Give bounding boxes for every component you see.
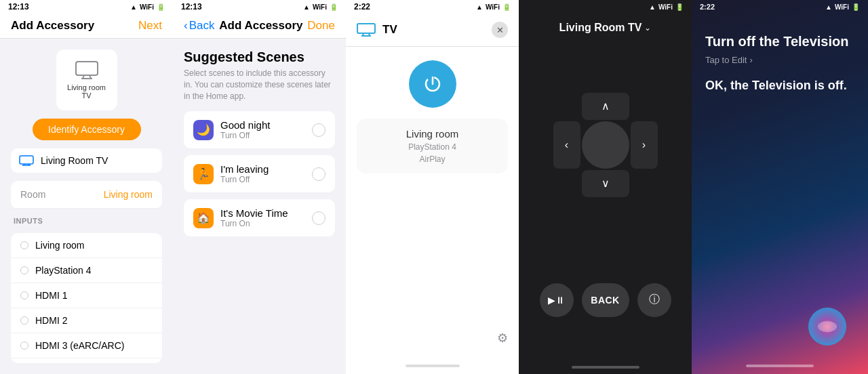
siri-time: 2:22: [700, 3, 715, 11]
source-card[interactable]: Living room PlayStation 4 AirPlay: [357, 119, 508, 173]
wifi-icon-4: WiFi: [658, 3, 673, 11]
input-item[interactable]: Living room: [11, 233, 162, 258]
room-label: Room: [20, 189, 45, 200]
panel2-content: Suggested Scenes Select scenes to includ…: [173, 39, 346, 374]
siri-tap-edit[interactable]: Tap to Edit ›: [705, 55, 854, 65]
room-value: Living room: [104, 189, 153, 200]
svg-rect-8: [357, 24, 375, 33]
d-right-button[interactable]: ›: [631, 121, 658, 169]
room-row[interactable]: Room Living room: [11, 181, 162, 209]
done-button[interactable]: Done: [307, 19, 335, 33]
scene-item[interactable]: 🏃 I'm leaving Turn Off: [184, 155, 335, 192]
nav-title-2: Add Accessory: [219, 19, 302, 33]
input-item[interactable]: HDMI 2: [11, 308, 162, 333]
scene-item[interactable]: 🌙 Good night Turn Off: [184, 111, 335, 148]
d-empty-tr: [631, 93, 658, 120]
siri-orb: [807, 306, 848, 347]
battery-icon-2: 🔋: [330, 3, 338, 11]
svg-point-15: [818, 321, 837, 332]
input-label: HDMI 2: [35, 315, 67, 326]
scene-text: I'm leaving Turn Off: [220, 163, 305, 184]
living-room-tv-row[interactable]: Living Room TV: [11, 148, 162, 173]
status-bar-2: 12:13 ▲ WiFi 🔋: [173, 0, 346, 14]
remote-title: Living Room TV: [559, 22, 642, 34]
modal-title: TV: [382, 23, 397, 37]
home-bar-3: [406, 365, 460, 367]
siri-headline: Turn off the Television: [705, 34, 854, 49]
panel-siri: 2:22 ▲ WiFi 🔋 Turn off the Television Ta…: [692, 0, 868, 374]
siri-status-icons: ▲ WiFi 🔋: [825, 3, 860, 11]
scene-item[interactable]: 🏠 It's Movie Time Turn On: [184, 199, 335, 236]
input-label: HDMI 3 (eARC/ARC): [35, 340, 124, 351]
input-item[interactable]: HDMI 3 (eARC/ARC): [11, 333, 162, 358]
input-radio[interactable]: [20, 291, 28, 299]
source-sub-2: AirPlay: [368, 154, 497, 164]
scene-icon: 🏃: [193, 164, 214, 184]
d-pad: ∧ ‹ › ∨: [553, 93, 658, 197]
svg-rect-0: [76, 62, 98, 75]
scene-text: It's Movie Time Turn On: [220, 207, 305, 228]
scene-checkbox[interactable]: [312, 123, 326, 137]
scenes-list: 🌙 Good night Turn Off 🏃 I'm leaving Turn…: [184, 111, 335, 236]
signal-icon-3: ▲: [476, 3, 483, 11]
scene-text: Good night Turn Off: [220, 119, 305, 140]
signal-icon-4: ▲: [649, 3, 656, 11]
settings-icon[interactable]: ⚙: [497, 331, 508, 345]
input-item[interactable]: HDMI 1: [11, 283, 162, 308]
back-chevron-icon: ‹: [184, 19, 188, 33]
status-icons-4: ▲ WiFi 🔋: [649, 3, 684, 11]
back-button[interactable]: ‹ Back: [184, 19, 214, 33]
input-label: HDMI 1: [35, 290, 67, 301]
d-down-button[interactable]: ∨: [582, 170, 629, 197]
close-modal-button[interactable]: ✕: [492, 22, 508, 38]
tap-edit-label: Tap to Edit: [705, 55, 747, 65]
modal-header: TV ✕: [346, 14, 519, 47]
scene-checkbox[interactable]: [312, 167, 326, 181]
scene-sub: Turn Off: [220, 175, 305, 184]
input-item[interactable]: PlayStation 4: [11, 258, 162, 283]
play-pause-button[interactable]: ▶⏸: [540, 283, 574, 317]
modal-title-row: TV: [357, 23, 397, 37]
input-radio[interactable]: [20, 341, 28, 350]
input-item[interactable]: HDMI 4: [11, 358, 162, 363]
device-row-label: Living Room TV: [41, 155, 108, 166]
scene-icon: 🏠: [193, 208, 214, 228]
remote-chevron-icon[interactable]: ⌄: [644, 23, 651, 33]
d-left-button[interactable]: ‹: [553, 121, 580, 169]
scene-icon: 🌙: [193, 120, 214, 140]
source-sub-1: PlayStation 4: [368, 142, 497, 152]
remote-header: Living Room TV ⌄: [519, 14, 692, 42]
source-main: Living room: [368, 128, 497, 140]
play-pause-icon: ▶⏸: [548, 295, 565, 306]
suggested-title: Suggested Scenes: [184, 49, 335, 65]
scene-checkbox[interactable]: [312, 211, 326, 225]
input-radio[interactable]: [20, 241, 28, 249]
info-button[interactable]: ⓘ: [637, 283, 671, 317]
status-icons-2: ▲ WiFi 🔋: [303, 3, 338, 11]
back-button-remote[interactable]: BACK: [582, 283, 629, 317]
d-up-button[interactable]: ∧: [582, 93, 629, 120]
siri-battery-icon: 🔋: [852, 3, 860, 11]
panel-add-accessory: 12:13 ▲ WiFi 🔋 Add Accessory Next Living…: [0, 0, 173, 374]
time-3: 2:22: [354, 2, 370, 12]
next-button[interactable]: Next: [138, 19, 162, 33]
svg-rect-4: [20, 156, 33, 164]
input-radio[interactable]: [20, 266, 28, 274]
d-center-button[interactable]: [582, 121, 629, 169]
siri-status-bar: 2:22 ▲ WiFi 🔋: [692, 0, 868, 14]
power-button[interactable]: [409, 60, 456, 108]
input-label: PlayStation 4: [35, 265, 92, 276]
identify-accessory-button[interactable]: Identify Accessory: [33, 119, 141, 140]
siri-wifi-icon: WiFi: [835, 3, 849, 11]
scene-sub: Turn Off: [220, 131, 305, 140]
nav-title-1: Add Accessory: [11, 19, 94, 33]
remote-body: ∧ ‹ › ∨ ▶⏸ BACK ⓘ: [519, 42, 692, 360]
nav-bar-1: Add Accessory Next: [0, 14, 173, 39]
status-icons-3: ▲ WiFi 🔋: [476, 3, 511, 11]
d-empty-tl: [553, 93, 580, 120]
status-icons-1: ▲ WiFi 🔋: [130, 3, 165, 11]
status-bar-1: 12:13 ▲ WiFi 🔋: [0, 0, 173, 14]
scene-sub: Turn On: [220, 219, 305, 228]
wifi-icon-2: WiFi: [313, 3, 327, 11]
input-radio[interactable]: [20, 316, 28, 325]
